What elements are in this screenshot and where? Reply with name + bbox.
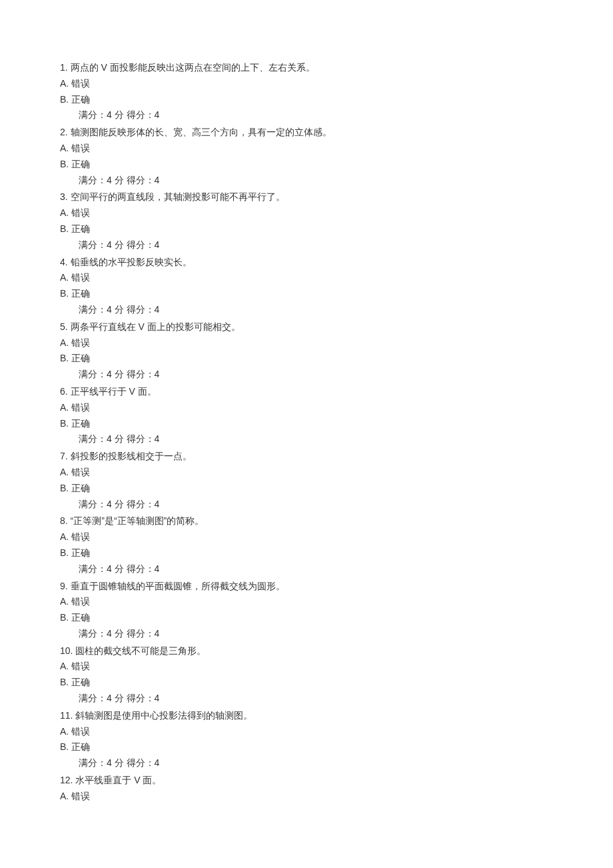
question-block: 9. 垂直于圆锥轴线的平面截圆锥，所得截交线为圆形。A. 错误B. 正确满分：4…	[60, 579, 553, 642]
question-stem: 12. 水平线垂直于 V 面。	[60, 773, 553, 789]
score-line: 满分：4 分 得分：4	[60, 302, 553, 318]
question-stem: 8. “正等测”是“正等轴测图”的简称。	[60, 513, 553, 529]
score-line: 满分：4 分 得分：4	[60, 755, 553, 771]
question-block: 12. 水平线垂直于 V 面。A. 错误	[60, 773, 553, 805]
question-block: 11. 斜轴测图是使用中心投影法得到的轴测图。A. 错误B. 正确满分：4 分 …	[60, 708, 553, 771]
option-a: A. 错误	[60, 335, 553, 351]
option-a: A. 错误	[60, 789, 553, 805]
question-block: 1. 两点的 V 面投影能反映出这两点在空间的上下、左右关系。A. 错误B. 正…	[60, 60, 553, 123]
score-line: 满分：4 分 得分：4	[60, 431, 553, 447]
question-stem: 3. 空间平行的两直线段，其轴测投影可能不再平行了。	[60, 189, 553, 205]
option-b: B. 正确	[60, 675, 553, 691]
question-stem: 5. 两条平行直线在 V 面上的投影可能相交。	[60, 319, 553, 335]
option-a: A. 错误	[60, 141, 553, 157]
question-block: 3. 空间平行的两直线段，其轴测投影可能不再平行了。A. 错误B. 正确满分：4…	[60, 189, 553, 253]
question-stem: 11. 斜轴测图是使用中心投影法得到的轴测图。	[60, 708, 553, 724]
option-b: B. 正确	[60, 481, 553, 497]
option-a: A. 错误	[60, 205, 553, 221]
score-line: 满分：4 分 得分：4	[60, 237, 553, 253]
question-stem: 6. 正平线平行于 V 面。	[60, 384, 553, 400]
option-a: A. 错误	[60, 400, 553, 416]
score-line: 满分：4 分 得分：4	[60, 107, 553, 123]
score-line: 满分：4 分 得分：4	[60, 173, 553, 189]
question-stem: 1. 两点的 V 面投影能反映出这两点在空间的上下、左右关系。	[60, 60, 553, 76]
option-b: B. 正确	[60, 157, 553, 173]
option-b: B. 正确	[60, 286, 553, 302]
question-block: 4. 铅垂线的水平投影反映实长。A. 错误B. 正确满分：4 分 得分：4	[60, 255, 553, 318]
option-b: B. 正确	[60, 221, 553, 237]
option-a: A. 错误	[60, 465, 553, 481]
question-block: 6. 正平线平行于 V 面。A. 错误B. 正确满分：4 分 得分：4	[60, 384, 553, 447]
score-line: 满分：4 分 得分：4	[60, 561, 553, 577]
question-block: 2. 轴测图能反映形体的长、宽、高三个方向，具有一定的立体感。A. 错误B. 正…	[60, 125, 553, 188]
question-stem: 9. 垂直于圆锥轴线的平面截圆锥，所得截交线为圆形。	[60, 579, 553, 595]
question-stem: 10. 圆柱的截交线不可能是三角形。	[60, 643, 553, 659]
option-b: B. 正确	[60, 545, 553, 561]
option-b: B. 正确	[60, 92, 553, 108]
score-line: 满分：4 分 得分：4	[60, 367, 553, 383]
option-a: A. 错误	[60, 594, 553, 610]
option-b: B. 正确	[60, 610, 553, 626]
score-line: 满分：4 分 得分：4	[60, 691, 553, 707]
question-block: 5. 两条平行直线在 V 面上的投影可能相交。A. 错误B. 正确满分：4 分 …	[60, 319, 553, 383]
option-a: A. 错误	[60, 76, 553, 92]
option-b: B. 正确	[60, 416, 553, 432]
option-a: A. 错误	[60, 724, 553, 740]
option-b: B. 正确	[60, 739, 553, 755]
option-a: A. 错误	[60, 659, 553, 675]
option-a: A. 错误	[60, 270, 553, 286]
question-stem: 7. 斜投影的投影线相交于一点。	[60, 449, 553, 465]
score-line: 满分：4 分 得分：4	[60, 497, 553, 513]
question-block: 8. “正等测”是“正等轴测图”的简称。A. 错误B. 正确满分：4 分 得分：…	[60, 513, 553, 577]
question-list: 1. 两点的 V 面投影能反映出这两点在空间的上下、左右关系。A. 错误B. 正…	[60, 60, 553, 805]
question-stem: 4. 铅垂线的水平投影反映实长。	[60, 255, 553, 271]
question-stem: 2. 轴测图能反映形体的长、宽、高三个方向，具有一定的立体感。	[60, 125, 553, 141]
question-block: 10. 圆柱的截交线不可能是三角形。A. 错误B. 正确满分：4 分 得分：4	[60, 643, 553, 707]
option-a: A. 错误	[60, 529, 553, 545]
option-b: B. 正确	[60, 351, 553, 367]
question-block: 7. 斜投影的投影线相交于一点。A. 错误B. 正确满分：4 分 得分：4	[60, 449, 553, 512]
score-line: 满分：4 分 得分：4	[60, 626, 553, 642]
